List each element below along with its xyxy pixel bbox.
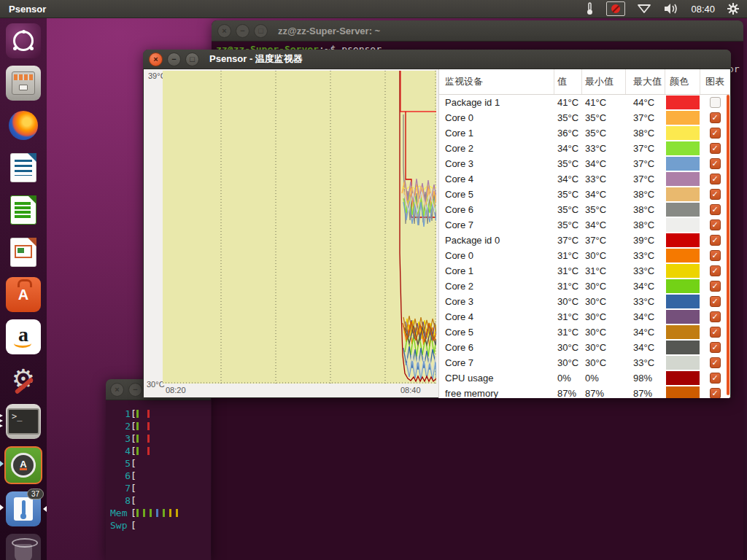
minimize-icon[interactable]: − [236, 24, 249, 38]
psensor-titlebar[interactable]: × − □ Psensor - 温度监视器 [143, 50, 731, 69]
launcher-item-amazon[interactable]: a [6, 319, 41, 354]
minimize-icon[interactable]: − [128, 383, 142, 397]
color-swatch[interactable] [666, 295, 700, 308]
sensor-name: Core 0 [439, 250, 554, 261]
sensor-table-header[interactable]: 监视设备 值 最小值 最大值 颜色 图表 [439, 69, 729, 95]
maximize-icon[interactable]: □ [254, 24, 268, 38]
color-swatch[interactable] [666, 157, 700, 171]
graph-checkbox[interactable]: ✓ [710, 265, 721, 276]
close-icon[interactable]: × [217, 24, 231, 38]
table-row[interactable]: Core 234°C33°C37°C✓ [439, 141, 729, 156]
color-swatch[interactable] [666, 111, 700, 125]
graph-checkbox[interactable]: ✓ [710, 219, 721, 230]
color-swatch[interactable] [666, 187, 700, 201]
launcher-item-calc[interactable] [6, 192, 41, 228]
graph-checkbox[interactable]: ✓ [710, 174, 721, 184]
graph-checkbox[interactable] [710, 97, 721, 108]
launcher-item-firefox[interactable] [6, 108, 41, 143]
graph-checkbox[interactable]: ✓ [710, 189, 721, 200]
graph-checkbox[interactable]: ✓ [710, 250, 721, 261]
table-row[interactable]: Core 136°C35°C38°C✓ [439, 125, 729, 141]
table-row[interactable]: Core 431°C30°C34°C✓ [439, 309, 729, 324]
terminal-titlebar[interactable]: × − □ zz@zz-Super-Server: ~ [212, 20, 743, 42]
table-row[interactable]: Core 335°C34°C37°C✓ [439, 156, 729, 171]
graph-checkbox[interactable]: ✓ [710, 296, 721, 307]
color-swatch[interactable] [666, 279, 700, 293]
table-row[interactable]: Core 735°C34°C38°C✓ [439, 217, 729, 233]
graph-checkbox[interactable]: ✓ [710, 158, 721, 169]
launcher-item-terminal[interactable]: >_ [6, 404, 41, 439]
color-swatch[interactable] [666, 264, 700, 278]
graph-checkbox[interactable]: ✓ [710, 342, 721, 353]
header-min[interactable]: 最小值 [582, 69, 626, 94]
graph-checkbox[interactable]: ✓ [710, 327, 721, 338]
graph-checkbox[interactable]: ✓ [710, 143, 721, 154]
gear-icon[interactable] [727, 2, 740, 15]
color-swatch[interactable] [666, 310, 700, 324]
volume-icon[interactable] [663, 3, 679, 15]
table-row[interactable]: free memory87%87%87%✓ [439, 386, 729, 398]
table-row[interactable]: Core 531°C30°C34°C✓ [439, 324, 729, 340]
launcher-item-trash[interactable] [6, 534, 41, 560]
close-icon[interactable]: × [110, 383, 124, 397]
launcher-item-files[interactable] [6, 66, 41, 101]
graph-checkbox[interactable]: ✓ [710, 373, 721, 384]
table-row[interactable]: Core 035°C35°C37°C✓ [439, 110, 729, 125]
launcher-item-dash[interactable] [6, 23, 41, 58]
table-row[interactable]: Core 031°C30°C33°C✓ [439, 248, 729, 263]
htop-meter-row: 6[ [110, 470, 211, 482]
table-row[interactable]: CPU usage0%0%98%✓ [439, 370, 729, 386]
table-row[interactable]: Core 434°C33°C37°C✓ [439, 171, 729, 187]
graph-checkbox[interactable]: ✓ [710, 128, 721, 139]
color-swatch[interactable] [666, 126, 700, 140]
minimize-icon[interactable]: − [167, 52, 181, 66]
recording-indicator-icon[interactable] [606, 1, 625, 16]
table-row[interactable]: Core 231°C30°C34°C✓ [439, 279, 729, 294]
thermometer-icon[interactable] [585, 2, 595, 15]
color-swatch[interactable] [666, 356, 700, 370]
active-app-name[interactable]: Psensor [9, 4, 46, 15]
table-row[interactable]: Core 330°C30°C33°C✓ [439, 294, 729, 309]
graph-checkbox[interactable]: ✓ [710, 281, 721, 292]
launcher-item-settings[interactable]: ⚙ [6, 362, 41, 397]
color-swatch[interactable] [666, 325, 700, 339]
table-row[interactable]: Core 730°C30°C33°C✓ [439, 355, 729, 370]
table-row[interactable]: Core 635°C35°C38°C✓ [439, 202, 729, 217]
color-swatch[interactable] [666, 172, 700, 186]
launcher-item-impress[interactable] [6, 235, 41, 270]
color-swatch[interactable] [666, 218, 700, 232]
graph-checkbox[interactable]: ✓ [710, 204, 721, 215]
table-row[interactable]: Package id 037°C37°C39°C✓ [439, 233, 729, 248]
color-swatch[interactable] [666, 371, 700, 385]
table-row[interactable]: Package id 141°C41°C44°C [439, 95, 729, 110]
table-row[interactable]: Core 131°C31°C33°C✓ [439, 263, 729, 279]
network-icon[interactable] [637, 4, 651, 14]
graph-checkbox[interactable]: ✓ [710, 357, 721, 368]
color-swatch[interactable] [666, 341, 700, 354]
header-max[interactable]: 最大值 [626, 69, 665, 94]
color-swatch[interactable] [666, 386, 700, 398]
color-swatch[interactable] [666, 233, 700, 247]
color-swatch[interactable] [666, 141, 700, 155]
maximize-icon[interactable]: □ [185, 52, 199, 66]
color-swatch[interactable] [666, 96, 700, 109]
launcher-item-software[interactable]: A [6, 277, 41, 312]
color-swatch[interactable] [666, 203, 700, 217]
graph-checkbox[interactable]: ✓ [710, 311, 721, 322]
color-swatch[interactable] [666, 249, 700, 262]
header-device[interactable]: 监视设备 [439, 69, 554, 94]
header-color[interactable]: 颜色 [665, 69, 700, 94]
graph-checkbox[interactable]: ✓ [710, 235, 721, 246]
launcher-item-updater[interactable]: A [4, 446, 42, 484]
header-graph[interactable]: 图表 [700, 69, 729, 94]
table-row[interactable]: Core 535°C34°C38°C✓ [439, 187, 729, 202]
table-row[interactable]: Core 630°C30°C34°C✓ [439, 340, 729, 355]
graph-checkbox[interactable]: ✓ [710, 388, 721, 398]
graph-checkbox[interactable]: ✓ [710, 112, 721, 123]
launcher-item-psensor[interactable]: 37 [6, 491, 41, 526]
header-value[interactable]: 值 [554, 69, 582, 94]
clock[interactable]: 08:40 [691, 4, 715, 15]
scrollbar[interactable] [727, 95, 729, 395]
close-icon[interactable]: × [149, 52, 163, 66]
launcher-item-writer[interactable] [6, 150, 41, 185]
